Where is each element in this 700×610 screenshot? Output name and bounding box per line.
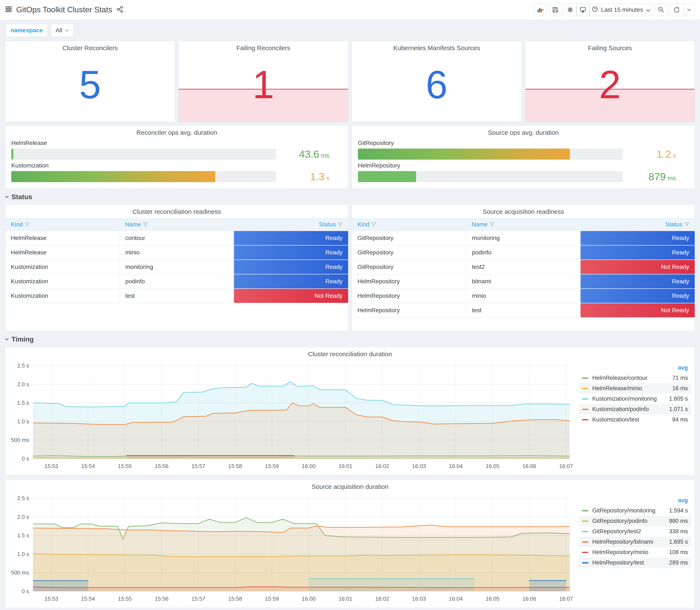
y-axis-label: 1.5 s [5, 532, 29, 539]
legend-series-name[interactable]: GitRepository/monitoring [592, 507, 669, 514]
stat-panel: Failing Reconcilers1 [179, 41, 348, 122]
dashboard-settings-button[interactable] [564, 4, 576, 16]
legend-row: HelmRepository/bitnami1.695 s [579, 537, 691, 547]
panel-title[interactable]: Failing Sources [525, 41, 695, 52]
legend-avg-value: 338 ms [669, 528, 688, 535]
refresh-button[interactable] [670, 4, 683, 16]
panel-title[interactable]: Cluster Reconcilers [5, 41, 175, 52]
gauge-label: GitRepository [358, 140, 689, 146]
share-icon[interactable] [116, 6, 123, 14]
add-panel-button[interactable] [534, 4, 547, 16]
x-axis-label: 16:03 [412, 596, 426, 602]
gauge-label: HelmRelease [11, 140, 342, 146]
legend-series-name[interactable]: HelmRepository/minio [592, 549, 669, 556]
cell-kind: Kustomization [5, 260, 120, 274]
filter-icon [143, 222, 148, 227]
panel-title[interactable]: Failing Reconcilers [179, 41, 348, 52]
x-axis-label: 15:59 [265, 596, 279, 602]
legend-series-name[interactable]: Kustomization/monitoring [592, 396, 669, 402]
panel-title[interactable]: Cluster reconciliation duration [5, 351, 695, 358]
y-axis-label: 2.5 s [5, 495, 29, 502]
legend-avg-value: 289 ms [669, 559, 688, 566]
namespace-variable-label[interactable]: namespace [5, 24, 48, 37]
x-axis-label: 16:01 [339, 596, 352, 602]
cycle-view-mode-button[interactable] [576, 4, 589, 16]
column-header-kind[interactable]: Kind [5, 218, 120, 231]
column-header-kind[interactable]: Kind [352, 218, 466, 231]
variables-row: namespace All [5, 24, 695, 37]
status-badge: Ready [234, 231, 348, 245]
cell-name: minio [466, 289, 581, 303]
x-axis-label: 16:07 [559, 596, 573, 602]
legend-color-dash [582, 409, 588, 410]
plot-area[interactable] [33, 493, 570, 591]
table-row: HelmRepositorybitnamiReady [352, 274, 695, 289]
page-title: GitOps Toolkit Cluster Stats [16, 5, 112, 14]
legend-series-name[interactable]: Kustomization/test [592, 416, 672, 423]
filter-icon [338, 222, 343, 227]
table-panel: Source acquisition readinessKindNameStat… [352, 205, 695, 331]
cell-name: monitoring [120, 260, 234, 274]
gauge-row: HelmRelease43.6ms [11, 140, 342, 160]
cell-name: test [466, 303, 581, 318]
legend-series-name[interactable]: HelmRelease/contour [592, 375, 672, 381]
time-range-label: Last 15 minutes [601, 6, 643, 13]
legend-avg-value: 1.071 s [669, 406, 688, 413]
column-label: Name [125, 221, 141, 228]
gauge-value: 43.6ms [276, 148, 342, 160]
x-axis-label: 15:57 [192, 596, 205, 602]
legend-series-name[interactable]: GitRepository/test2 [592, 528, 669, 535]
gauge-panel: Source ops avg. durationGitRepository1.2… [352, 125, 695, 189]
status-badge: Ready [234, 274, 348, 289]
panel-title[interactable]: Kubernetes Manifests Sources [352, 41, 521, 52]
legend-series-name[interactable]: HelmRepository/test [592, 559, 669, 566]
x-axis-label: 15:59 [265, 463, 279, 469]
legend-row: HelmRelease/minio16 ms [579, 383, 691, 394]
y-axis-label: 0 s [5, 588, 29, 595]
column-header-name[interactable]: Name [120, 218, 234, 231]
column-header-name[interactable]: Name [466, 218, 581, 231]
gauge-row: Kustomization1.3s [11, 162, 342, 182]
refresh-interval-dropdown[interactable] [683, 4, 694, 16]
column-header-status[interactable]: Status [234, 218, 348, 231]
plot-area[interactable] [33, 360, 570, 459]
panel-title[interactable]: Source acquisition readiness [352, 205, 695, 215]
cell-kind: HelmRepository [352, 274, 466, 289]
table-row: HelmRepositorytestNot Ready [352, 303, 695, 318]
panel-title[interactable]: Source ops avg. duration [352, 126, 695, 136]
filter-icon [372, 222, 376, 227]
table-row: KustomizationmonitoringReady [5, 260, 348, 274]
legend-row: GitRepository/monitoring1.594 s [579, 505, 691, 516]
legend-series-name[interactable]: HelmRepository/bitnami [592, 539, 669, 545]
legend-series-name[interactable]: Kustomization/podinfo [592, 406, 669, 413]
x-axis-label: 15:58 [228, 463, 242, 469]
zoom-out-time-button[interactable] [655, 4, 667, 16]
x-axis-label: 16:05 [486, 463, 500, 469]
status-badge: Not Ready [580, 303, 695, 318]
namespace-variable-value[interactable]: All [51, 24, 74, 37]
time-range-picker[interactable]: Last 15 minutes [589, 4, 653, 16]
panel-title[interactable]: Source acquisition duration [5, 483, 695, 490]
section-status[interactable]: Status [5, 193, 695, 201]
column-header-status[interactable]: Status [580, 218, 695, 231]
y-axis-label: 1.5 s [5, 400, 29, 406]
legend-row: HelmRelease/contour71 ms [579, 373, 691, 383]
section-timing[interactable]: Timing [5, 335, 695, 343]
chart-legend: avgGitRepository/monitoring1.594 sGitRep… [579, 496, 691, 568]
panel-title[interactable]: Reconciler ops avg. duration [5, 126, 348, 136]
gauge-fill [358, 171, 416, 182]
gauge-value-number: 43.6 [299, 148, 319, 160]
y-axis-label: 2.5 s [5, 363, 29, 369]
legend-row: Kustomization/monitoring1.605 s [579, 394, 691, 404]
legend-series-name[interactable]: GitRepository/podinfo [592, 518, 669, 524]
table-row: GitRepositorytest2Not Ready [352, 260, 695, 274]
save-dashboard-button[interactable] [549, 4, 561, 16]
stat-value: 1 [179, 65, 348, 105]
x-axis-label: 15:53 [45, 596, 58, 602]
table-row: KustomizationpodinfoReady [5, 274, 348, 289]
legend-avg-value: 1.605 s [669, 396, 688, 402]
gauge-row: GitRepository1.2s [358, 140, 689, 160]
panel-title[interactable]: Cluster reconciliation readiness [5, 205, 348, 215]
legend-series-name[interactable]: HelmRelease/minio [592, 385, 672, 392]
filter-icon [25, 222, 30, 227]
